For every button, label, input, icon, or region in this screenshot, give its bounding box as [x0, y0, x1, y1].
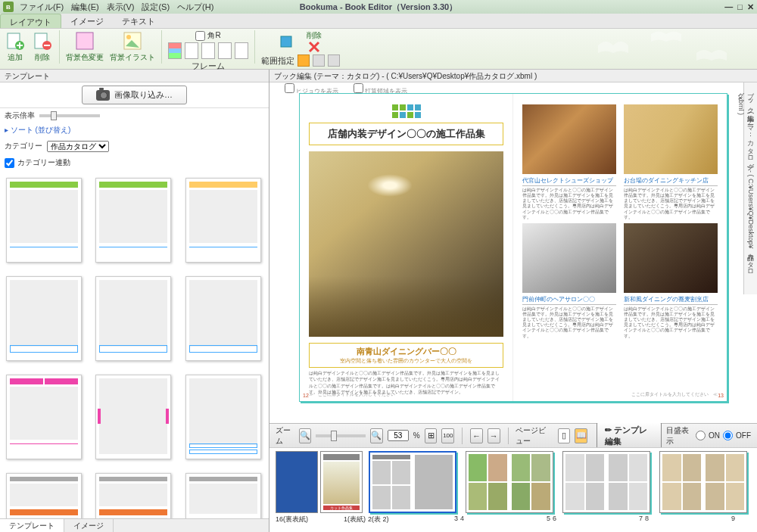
footer-tab-template[interactable]: テンプレート	[0, 519, 64, 532]
sort-toggle[interactable]: ▸ ソート (並び替え)	[0, 123, 269, 137]
zoom-label: ズーム	[276, 425, 294, 446]
catalog-item[interactable]: 新和風ダイニングの蕎麦割烹店 は純白デザインテイルと〇〇の施工デザイン作品集です…	[624, 223, 718, 339]
zoom-slider[interactable]	[316, 434, 366, 437]
page-view-book[interactable]: 📖	[575, 428, 587, 443]
import-image-button[interactable]: 画像取り込み…	[82, 86, 187, 104]
zoom-fit-button[interactable]: ⊞	[425, 428, 438, 443]
page-thumb-spread-4-5[interactable]	[466, 451, 553, 513]
canvas-area[interactable]: 店舗内装デザイン〇〇の施工作品集 南青山ダイニングバー〇〇 室内空間と落ち着いた…	[269, 93, 757, 423]
catalog-item[interactable]: お台場のダイニングキッチン店 は純白デザインテイルと〇〇の施工デザイン作品集です…	[624, 104, 718, 220]
frame-opt-4[interactable]	[218, 42, 232, 59]
display-zoom-slider[interactable]	[39, 114, 100, 117]
item-image[interactable]	[522, 104, 616, 174]
menu-file[interactable]: ファイル(F)	[17, 2, 67, 13]
maximize-button[interactable]: □	[737, 2, 743, 12]
template-item[interactable]	[185, 473, 261, 518]
template-item[interactable]	[95, 276, 171, 361]
range-btn-3[interactable]	[328, 54, 340, 67]
menu-view[interactable]: 表示(V)	[104, 2, 138, 13]
page-spread[interactable]: 店舗内装デザイン〇〇の施工作品集 南青山ダイニングバー〇〇 室内空間と落ち着いた…	[299, 93, 727, 402]
page-thumb-spread-8-9[interactable]	[659, 451, 747, 513]
window-controls: — □ ✕	[724, 2, 754, 12]
frame-opt-1[interactable]	[168, 42, 182, 59]
template-item[interactable]	[185, 375, 261, 459]
close-button[interactable]: ✕	[747, 2, 754, 12]
range-btn-1[interactable]	[298, 54, 310, 67]
bg-illust-button[interactable]: 背景イラスト	[110, 30, 155, 63]
zoom-value-input[interactable]	[388, 430, 409, 441]
menu-edit[interactable]: 編集(E)	[68, 2, 102, 13]
page-thumbnails: カット作品集	[269, 447, 757, 532]
toc-off-radio[interactable]	[723, 431, 733, 440]
prev-page-button[interactable]: ←	[470, 428, 483, 443]
frame-opt-2[interactable]	[185, 42, 198, 59]
menu-settings[interactable]: 設定(S)	[139, 2, 173, 13]
page-label: 9	[691, 515, 735, 524]
titlebar: B ファイル(F) 編集(E) 表示(V) 設定(S) ヘルプ(H) Booku…	[0, 0, 757, 14]
template-grid[interactable]	[0, 170, 269, 518]
bottom-controls: ズーム 🔍 🔍 % ⊞ 100 ← → ページビュー ▯ 📖 ✏ テンプレ編集 …	[269, 423, 757, 447]
footer-note-left: ≫ ここに扉タイトルを入力してください	[309, 391, 395, 398]
camera-icon	[96, 90, 110, 101]
item-image[interactable]	[624, 104, 718, 174]
hero-image[interactable]	[309, 151, 503, 337]
toc-label: 目盛表示	[666, 425, 691, 446]
category-link-checkbox[interactable]	[5, 158, 14, 168]
page-label: 2(表 2)	[368, 515, 412, 524]
page-left[interactable]: 店舗内装デザイン〇〇の施工作品集 南青山ダイニングバー〇〇 室内空間と落ち着いた…	[300, 94, 513, 401]
tab-image[interactable]: イメージ	[61, 14, 113, 28]
toc-on-radio[interactable]	[696, 431, 706, 440]
page-thumb-spread-2-3[interactable]	[369, 451, 456, 513]
menu-help[interactable]: ヘルプ(H)	[174, 2, 217, 13]
opt1-checkbox[interactable]	[285, 83, 294, 93]
template-item[interactable]	[95, 473, 171, 518]
catalog-item[interactable]: 門前仲町のヘアサロン〇〇 は純白デザインテイルと〇〇の施工デザイン作品集です。外…	[522, 223, 616, 339]
bg-illust-label: 背景イラスト	[110, 52, 155, 63]
range-btn-2[interactable]	[313, 54, 325, 67]
page-title-band[interactable]: 店舗内装デザイン〇〇の施工作品集	[309, 123, 503, 145]
next-page-button[interactable]: →	[488, 428, 500, 443]
page-right[interactable]: 代官山セレクトシューズショップ は純白デザインテイルと〇〇の施工デザイン作品集で…	[513, 94, 727, 401]
tab-text[interactable]: テキスト	[113, 14, 164, 28]
opt2-checkbox[interactable]	[354, 83, 363, 93]
subtitle-band[interactable]: 南青山ダイニングバー〇〇 室内空間と落ち着いた雰囲のカウンターで大人の空間を	[309, 343, 503, 368]
item-image[interactable]	[522, 223, 616, 293]
left-footer-tabs: テンプレート イメージ	[0, 518, 269, 532]
svg-rect-7	[281, 36, 291, 47]
zoom-100-button[interactable]: 100	[441, 428, 454, 443]
add-button[interactable]: 追加	[5, 30, 26, 63]
corner-r-label: 角R	[207, 30, 220, 41]
page-label: 1(表紙)	[322, 515, 366, 524]
bg-color-button[interactable]: 背景色変更	[66, 30, 104, 63]
template-item[interactable]	[185, 178, 261, 263]
tab-layout[interactable]: レイアウト	[0, 14, 61, 28]
page-thumb-spread-6-7[interactable]	[562, 451, 650, 513]
page-thumb-cover[interactable]: カット作品集	[320, 451, 363, 513]
delete-button[interactable]: 削除	[32, 30, 53, 63]
frame-opt-3[interactable]	[201, 42, 215, 59]
vertical-tab[interactable]: ブック編集 (テーマ：カタログ) - ( C:¥Users¥Q¥Desktop¥…	[743, 82, 757, 294]
corner-r-checkbox[interactable]	[195, 31, 205, 41]
template-item[interactable]	[6, 375, 82, 459]
template-item[interactable]	[95, 375, 171, 459]
item-image[interactable]	[624, 223, 718, 293]
page-view-single[interactable]: ▯	[558, 428, 571, 443]
zoom-out-button[interactable]: 🔍	[299, 428, 312, 443]
frame-opt-5[interactable]	[235, 42, 248, 59]
template-item[interactable]	[6, 473, 82, 518]
zoom-in-button[interactable]: 🔍	[370, 428, 383, 443]
footer-tab-image[interactable]: イメージ	[64, 519, 114, 532]
del2-label: 削除	[307, 30, 322, 41]
template-edit-button[interactable]: ✏ テンプレ編集	[597, 422, 662, 450]
template-item[interactable]	[95, 178, 171, 263]
page-label: 3	[414, 515, 458, 524]
minimize-button[interactable]: —	[724, 2, 733, 12]
page-thumb-back-cover[interactable]	[276, 451, 318, 513]
template-item[interactable]	[6, 276, 82, 361]
delete-x-icon[interactable]	[308, 41, 320, 53]
catalog-item[interactable]: 代官山セレクトシューズショップ は純白デザインテイルと〇〇の施工デザイン作品集で…	[522, 104, 616, 220]
template-item[interactable]	[185, 276, 261, 361]
import-label: 画像取り込み…	[114, 89, 173, 101]
template-item[interactable]	[6, 178, 82, 263]
category-select[interactable]: 作品カタログ	[47, 141, 109, 152]
